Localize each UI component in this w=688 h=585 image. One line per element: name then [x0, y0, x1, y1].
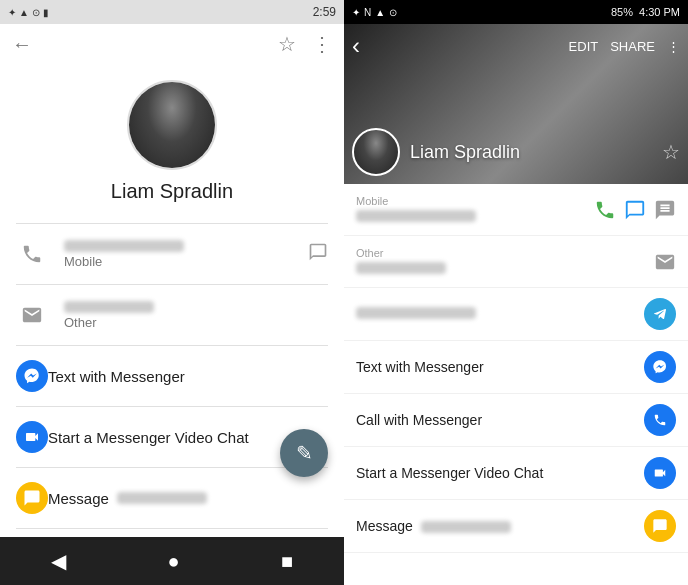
left-avatar — [127, 80, 217, 170]
right-phone-chat-icon[interactable] — [624, 199, 646, 221]
email-icon-container — [16, 299, 48, 331]
right-share-button[interactable]: SHARE — [610, 39, 655, 54]
email-item-value — [64, 301, 328, 313]
right-google-messages-content: Message — [356, 518, 644, 534]
right-phone-call-icon[interactable] — [594, 199, 616, 221]
right-contact-name: Liam Spradlin — [410, 142, 652, 163]
messenger-video-icon — [16, 421, 48, 453]
right-more-button[interactable]: ⋮ — [667, 39, 680, 54]
nav-back-button[interactable]: ◀ — [51, 549, 66, 573]
right-google-messages-actions — [644, 510, 676, 542]
right-telegram-blurred — [356, 307, 476, 319]
right-contact-list: Mobile Other — [344, 184, 688, 585]
phone-item-label: Mobile — [64, 254, 308, 269]
email-value-blurred — [64, 301, 154, 313]
right-google-messages-icon[interactable] — [644, 510, 676, 542]
right-back-button[interactable]: ‹ — [352, 32, 360, 60]
nav-home-button[interactable]: ● — [167, 550, 179, 573]
right-messenger-video-actions — [644, 457, 676, 489]
right-phone-item[interactable]: Mobile — [344, 184, 688, 236]
left-messenger-text-item[interactable]: Text with Messenger — [0, 346, 344, 406]
left-phone-item[interactable]: Mobile — [0, 224, 344, 284]
right-messenger-video-content: Start a Messenger Video Chat — [356, 465, 644, 481]
right-telegram-value — [356, 306, 644, 322]
right-email-item[interactable]: Other — [344, 236, 688, 288]
right-telegram-content — [356, 306, 644, 322]
right-messenger-call-label: Call with Messenger — [356, 412, 644, 428]
left-status-icons: ✦ ▲ ⊙ ▮ — [8, 7, 49, 18]
left-bottom-nav: ◀ ● ■ — [0, 537, 344, 585]
right-wifi-icon: ⊙ — [389, 7, 397, 18]
left-back-button[interactable]: ← — [12, 33, 32, 56]
right-messenger-call-item[interactable]: Call with Messenger — [344, 394, 688, 447]
right-edit-button[interactable]: EDIT — [569, 39, 599, 54]
phone-icon-container — [16, 238, 48, 270]
messenger-text-label: Text with Messenger — [48, 368, 328, 385]
left-status-bar: ✦ ▲ ⊙ ▮ 2:59 — [0, 0, 344, 24]
right-star-icon[interactable]: ☆ — [662, 140, 680, 164]
right-phone-actions — [594, 199, 676, 221]
right-phone-label: Mobile — [356, 195, 594, 207]
right-avatar — [352, 128, 400, 176]
right-messenger-call-icon[interactable] — [644, 404, 676, 436]
right-messenger-text-icon[interactable] — [644, 351, 676, 383]
left-time: 2:59 — [313, 5, 336, 19]
wifi-icon: ⊙ — [32, 7, 40, 18]
right-email-content: Other — [356, 247, 654, 277]
left-star-button[interactable]: ☆ — [278, 32, 296, 56]
right-messenger-text-item[interactable]: Text with Messenger — [344, 341, 688, 394]
right-email-blurred — [356, 262, 446, 274]
nav-recents-button[interactable]: ■ — [281, 550, 293, 573]
right-telegram-icon[interactable] — [644, 298, 676, 330]
right-google-messages-item[interactable]: Message — [344, 500, 688, 553]
right-phone-sms-icon[interactable] — [654, 199, 676, 221]
signal-icon: ▲ — [19, 7, 29, 18]
messenger-text-content: Text with Messenger — [48, 368, 328, 385]
right-messenger-video-item[interactable]: Start a Messenger Video Chat — [344, 447, 688, 500]
messenger-icon — [16, 360, 48, 392]
left-email-item[interactable]: Other — [0, 285, 344, 345]
phone-icon — [21, 243, 43, 265]
left-more-button[interactable]: ⋮ — [312, 32, 332, 56]
left-toolbar: ← ☆ ⋮ — [0, 24, 344, 64]
left-panel: ✦ ▲ ⊙ ▮ 2:59 ← ☆ ⋮ Liam Spradlin — [0, 0, 344, 585]
google-messages-label: Message — [48, 490, 328, 507]
email-item-content: Other — [64, 301, 328, 330]
left-contact-name: Liam Spradlin — [111, 180, 233, 203]
phone-chat-action[interactable] — [308, 242, 328, 267]
right-telegram-item[interactable] — [344, 288, 688, 341]
right-phone-value — [356, 209, 594, 225]
fab-edit-icon: ✎ — [296, 441, 313, 465]
right-google-messages-label: Message — [356, 518, 644, 534]
right-profile-info: Liam Spradlin ☆ — [344, 128, 688, 184]
right-status-icons: ✦ N ▲ ⊙ — [352, 7, 397, 18]
right-messenger-video-label: Start a Messenger Video Chat — [356, 465, 644, 481]
google-messages-icon — [16, 482, 48, 514]
left-messenger-call-item[interactable]: Call with Messenger — [0, 529, 344, 537]
right-messenger-call-content: Call with Messenger — [356, 412, 644, 428]
right-phone-blurred — [356, 210, 476, 222]
phone-item-content: Mobile — [64, 240, 308, 269]
right-toolbar-actions: EDIT SHARE ⋮ — [569, 39, 680, 54]
right-signal-icon: ▲ — [375, 7, 385, 18]
bluetooth-icon: ✦ — [8, 7, 16, 18]
right-telegram-actions — [644, 298, 676, 330]
right-messenger-text-actions — [644, 351, 676, 383]
right-header-bg: ‹ EDIT SHARE ⋮ Liam Spradlin ☆ — [344, 24, 688, 184]
right-messenger-call-actions — [644, 404, 676, 436]
right-messenger-text-content: Text with Messenger — [356, 359, 644, 375]
left-profile-header: Liam Spradlin — [0, 64, 344, 223]
right-time: 4:30 PM — [639, 6, 680, 18]
left-contact-list: Mobile Other T — [0, 224, 344, 537]
email-icon — [21, 304, 43, 326]
right-messenger-text-label: Text with Messenger — [356, 359, 644, 375]
right-bluetooth-icon: ✦ — [352, 7, 360, 18]
left-fab-button[interactable]: ✎ — [280, 429, 328, 477]
battery-icon: ▮ — [43, 7, 49, 18]
right-google-messages-blurred — [421, 521, 511, 533]
right-email-icon[interactable] — [654, 251, 676, 273]
left-google-messages-item[interactable]: Message — [0, 468, 344, 528]
right-email-actions — [654, 251, 676, 273]
right-email-value — [356, 261, 654, 277]
right-messenger-video-icon[interactable] — [644, 457, 676, 489]
